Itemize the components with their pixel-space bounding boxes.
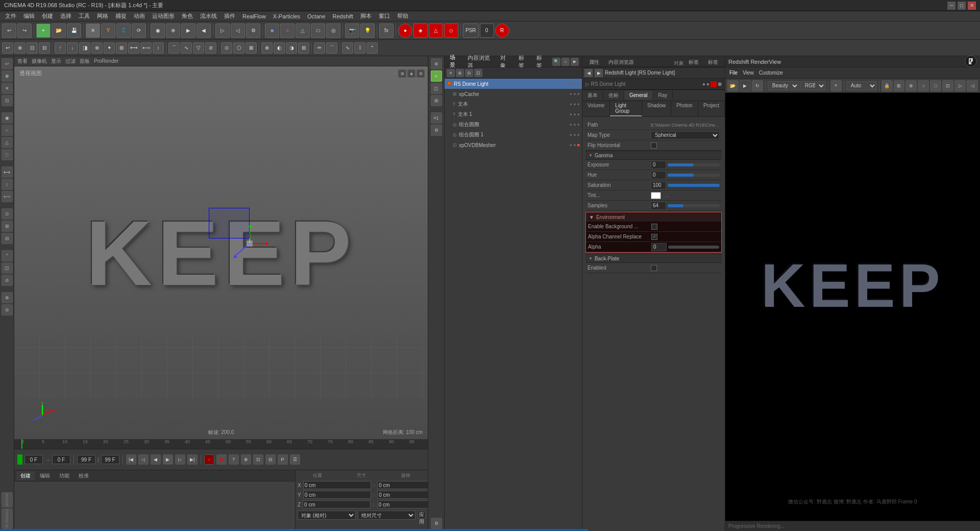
vp-right-4[interactable]: ⊞ xyxy=(431,95,442,106)
menu-file[interactable]: 文件 xyxy=(2,12,19,20)
hue-slider[interactable] xyxy=(668,174,720,177)
alpha-slider[interactable] xyxy=(668,246,719,249)
left-tool-1[interactable]: ↩ xyxy=(2,58,13,69)
tb2-bend[interactable]: ⌒ xyxy=(168,42,180,54)
tb2-spline3[interactable]: ⌃ xyxy=(366,42,378,54)
menu-mograph[interactable]: 运动图形 xyxy=(149,12,178,20)
saturation-slider[interactable] xyxy=(668,184,720,187)
rs-btn4[interactable]: ◇ xyxy=(444,23,458,38)
menu-realflow[interactable]: RealFlow xyxy=(239,13,269,20)
tb2-more1[interactable]: ⊕ xyxy=(261,42,273,54)
left-tool-11[interactable]: ⟻ xyxy=(2,191,13,202)
tb2-btn3[interactable]: ⊡ xyxy=(27,42,38,54)
vp-right-6[interactable]: ⚙ xyxy=(431,125,442,136)
tb2-btn5[interactable]: ↑ xyxy=(55,42,66,54)
tab-calibrate[interactable]: 校准 xyxy=(75,471,93,480)
menu-help[interactable]: 帮助 xyxy=(394,12,411,20)
saturation-value[interactable] xyxy=(651,181,666,189)
exposure-slider[interactable] xyxy=(668,163,720,166)
render-settings[interactable]: ⚙ xyxy=(246,23,260,38)
vis-icon-20[interactable]: ● xyxy=(573,142,576,148)
scene-nav-icon[interactable]: ▶ xyxy=(571,58,579,66)
cylinder-button[interactable]: ⬭ xyxy=(311,23,325,38)
rs-menu-file[interactable]: File xyxy=(727,69,740,77)
object-mode[interactable]: ◉ xyxy=(151,23,165,38)
light-button[interactable]: 💡 xyxy=(360,23,375,38)
vis-icon-2[interactable]: ● xyxy=(573,81,576,86)
maximize-button[interactable]: □ xyxy=(958,2,966,10)
scene-toolbar-3[interactable]: ⊖ xyxy=(465,69,473,77)
left-tool-16[interactable]: ◫ xyxy=(2,262,13,274)
exposure-value[interactable] xyxy=(651,161,666,169)
alpha-channel-checkbox[interactable]: ✓ xyxy=(651,234,657,240)
tab-ray[interactable]: Ray xyxy=(653,91,673,100)
rs-box-btn[interactable]: ⊡ xyxy=(942,80,953,91)
sphere-button[interactable]: ○ xyxy=(280,23,295,38)
rs-play-btn[interactable]: ▶ xyxy=(740,80,751,91)
vis-icon-14[interactable]: ● xyxy=(573,122,576,127)
menu-tools[interactable]: 工具 xyxy=(76,12,93,20)
go-to-start[interactable]: |◀ xyxy=(126,454,136,465)
step-forward[interactable]: ▷ xyxy=(175,454,185,465)
vis-icon-3[interactable]: ● xyxy=(577,81,580,86)
rs-open-btn[interactable]: 📂 xyxy=(727,80,739,91)
scene-toolbar-2[interactable]: ⊕ xyxy=(456,69,464,77)
scale-tool[interactable]: Z xyxy=(116,23,131,38)
left-tool-18[interactable]: ⊕ xyxy=(2,292,13,303)
tab-photon[interactable]: Photon xyxy=(671,101,698,116)
play-reverse[interactable]: ◀ xyxy=(151,454,161,465)
menu-character[interactable]: 角色 xyxy=(179,12,196,20)
rs-menu-view[interactable]: View xyxy=(741,69,756,77)
scene-item-xpcache[interactable]: ⊞ xpCache ● ● ● xyxy=(445,89,582,99)
undo-button[interactable]: ↩ xyxy=(2,23,16,38)
rs-crop-btn[interactable]: ⌖ xyxy=(830,80,842,91)
tab-project[interactable]: Project xyxy=(698,101,725,116)
menu-select[interactable]: 选择 xyxy=(57,12,75,20)
open-button[interactable]: 📂 xyxy=(52,23,66,38)
menu-script[interactable]: 脚本 xyxy=(357,12,375,20)
tb2-btn13[interactable]: ↕ xyxy=(153,42,164,54)
vp-right-2[interactable]: ● xyxy=(431,70,442,82)
frame-current2-input[interactable] xyxy=(101,455,119,464)
cube-button[interactable]: ■ xyxy=(265,23,279,38)
vis-icon-15[interactable]: ● xyxy=(577,122,580,127)
select-tool[interactable]: ✕ xyxy=(86,23,100,38)
vis-icon-8[interactable]: ● xyxy=(573,102,576,107)
menu-redshift[interactable]: Redshift xyxy=(330,13,356,20)
scene-item-rs-dome-light[interactable]: RS Dome Light ● ● ● xyxy=(445,79,582,89)
vp-menu-camera[interactable]: 摄像机 xyxy=(32,58,47,65)
scene-home-icon[interactable]: ⌂ xyxy=(561,58,570,66)
left-tool-9[interactable]: ⟷ xyxy=(2,166,13,178)
key-pos[interactable]: ? xyxy=(229,454,239,465)
scene-toolbar-4[interactable]: ⊡ xyxy=(474,69,482,77)
key-scale[interactable]: ⊡ xyxy=(253,454,263,465)
map-type-select[interactable]: Spherical xyxy=(651,131,720,139)
scene-item-text[interactable]: T 文本 ● ● ● xyxy=(445,99,582,109)
rs-channel-select[interactable]: Beauty xyxy=(768,81,799,90)
left-tool-14[interactable]: ⊟ xyxy=(2,233,13,244)
pos-z-input[interactable] xyxy=(303,500,371,509)
menu-mesh[interactable]: 网格 xyxy=(94,12,111,20)
tb2-spline2[interactable]: ⌇ xyxy=(354,42,365,54)
left-tool-17[interactable]: ⊘ xyxy=(2,275,13,286)
tint-color-swatch[interactable] xyxy=(651,192,661,199)
frame-current-input[interactable] xyxy=(52,455,70,464)
tb2-btn6[interactable]: ↓ xyxy=(67,42,78,54)
rs-fwd-btn[interactable]: ▷ xyxy=(954,80,966,91)
tab-coord[interactable]: 坐标 xyxy=(603,90,624,101)
tb2-shear[interactable]: ⊘ xyxy=(205,42,216,54)
rs-light-vis2[interactable]: ● xyxy=(706,81,709,87)
tb2-btn10[interactable]: ⊞ xyxy=(116,42,127,54)
tab-basic[interactable]: 基本 xyxy=(582,90,603,101)
tb2-btn9[interactable]: ✦ xyxy=(104,42,115,54)
left-tool-19[interactable]: ⊖ xyxy=(2,304,13,316)
rs-plus-btn[interactable]: ⊕ xyxy=(905,80,917,91)
tb2-more3[interactable]: ◑ xyxy=(286,42,297,54)
gamma-section[interactable]: ▼ Gamma xyxy=(585,151,722,160)
menu-edit[interactable]: 编辑 xyxy=(20,12,38,20)
move-tool[interactable]: Y xyxy=(101,23,115,38)
tb2-btn12[interactable]: ⟻ xyxy=(140,42,152,54)
render-view[interactable]: ◁ xyxy=(231,23,245,38)
tb2-extrude[interactable]: ⊙ xyxy=(221,42,232,54)
vp-menu-panel[interactable]: 面板 xyxy=(80,58,90,65)
